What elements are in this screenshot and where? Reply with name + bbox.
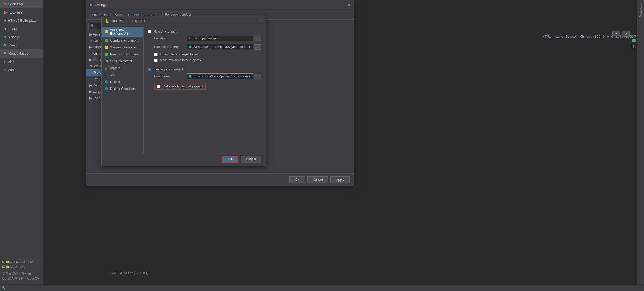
sidebar-item-nextjs[interactable]: N Next.js bbox=[0, 25, 43, 33]
list-item-docker-compose[interactable]: Docker Compose bbox=[102, 85, 143, 92]
nav-label: Editor bbox=[93, 45, 101, 49]
sidebar-item-vuejs[interactable]: V Vue.js bbox=[0, 66, 43, 74]
list-item-label: System Interpreter bbox=[110, 46, 136, 49]
add-interp-footer: OK Cancel bbox=[102, 153, 266, 166]
ok-label: OK bbox=[295, 178, 299, 182]
wsl-icon: ⊞ bbox=[105, 73, 108, 77]
toolbar-gear-btn[interactable]: ⚙ bbox=[622, 31, 630, 37]
new-env-radio[interactable] bbox=[148, 30, 151, 33]
list-item-pipenv[interactable]: Pipenv Environment bbox=[102, 51, 143, 58]
bottom-text-4: 文章知识点与官方知 bbox=[2, 271, 41, 276]
location-browse-btn[interactable]: ... bbox=[254, 36, 261, 41]
existing-env-label: Existing environment bbox=[153, 68, 183, 71]
bottom-text-2: 和调试。 bbox=[2, 264, 41, 269]
interpreter-inner: E:\miniconda3\envs\py_test\python.exe bbox=[189, 74, 248, 78]
sidebar-item-vite[interactable]: V Vite bbox=[0, 58, 43, 66]
sidebar-item-react-native[interactable]: ⚛ React Native bbox=[0, 49, 43, 58]
bottom-text-5: OpenCV技能树＞OpenCV bbox=[2, 276, 41, 281]
sidebar-item-html5[interactable]: H HTML5 Boilerplate bbox=[0, 16, 43, 25]
inherit-checkbox-row: Inherit global site-packages bbox=[154, 52, 261, 56]
settings-title: ⚙ Settings bbox=[89, 3, 107, 7]
inherit-checkbox[interactable] bbox=[154, 53, 158, 56]
base-interp-wrap: Python 3.9 E:\miniconda3\python.exe ▼ ..… bbox=[187, 44, 261, 50]
make-available-new-checkbox[interactable] bbox=[154, 59, 158, 62]
make-available-new-label: Make available to all projects bbox=[160, 58, 201, 62]
add-interp-content: New environment Location: ... Base inter… bbox=[144, 25, 266, 153]
list-item-label: Virtualenv Environment bbox=[110, 28, 140, 36]
location-input[interactable] bbox=[187, 36, 253, 41]
existing-env-radio-group: Existing environment Interpreter: E:\min… bbox=[148, 68, 261, 90]
sidebar-item-label: Vue.js bbox=[8, 68, 17, 72]
list-item-label: Vagrant bbox=[109, 66, 120, 70]
existing-env-radio[interactable] bbox=[148, 68, 151, 71]
new-env-radio-group: New environment Location: ... Base inter… bbox=[148, 30, 261, 62]
list-item-virtualenv[interactable]: Virtualenv Environment bbox=[102, 27, 143, 37]
base-interp-select[interactable]: Python 3.9 E:\miniconda3\python.exe ▼ bbox=[187, 44, 253, 50]
conda-icon bbox=[105, 39, 108, 42]
sidebar-item-react[interactable]: ⚛ React bbox=[0, 41, 43, 49]
gear-icon: ⚙ bbox=[625, 32, 627, 36]
make-available-label: Make available to all projects bbox=[162, 85, 203, 88]
base-interp-inner: Python 3.9 E:\miniconda3\python.exe bbox=[189, 45, 245, 49]
separator-line bbox=[634, 31, 634, 37]
list-item-label: SSH Interpreter bbox=[110, 59, 132, 63]
nav-label: Keymap bbox=[91, 39, 102, 43]
cancel-btn-label: Cancel bbox=[246, 157, 256, 161]
sidebar-item-nodejs[interactable]: N Node.js bbox=[0, 33, 43, 41]
vuejs-icon: V bbox=[4, 68, 6, 72]
add-interp-close-btn[interactable]: × bbox=[260, 18, 263, 23]
sidebar-item-express[interactable]: EX Express bbox=[0, 8, 43, 16]
nav-label: Tools bbox=[93, 96, 100, 100]
html5-icon: H bbox=[4, 19, 6, 22]
toolbar-dropdown-btn[interactable]: ▼ bbox=[612, 31, 620, 36]
add-interp-title-text: Add Python Interpreter bbox=[111, 19, 145, 23]
settings-cancel-btn[interactable]: Cancel bbox=[307, 176, 328, 183]
add-interp-title: 🐍 Add Python Interpreter bbox=[105, 19, 145, 23]
base-interp-browse-btn[interactable]: ... bbox=[254, 44, 261, 50]
inherit-label: Inherit global site-packages bbox=[160, 52, 199, 56]
interpreter-browse-btn[interactable]: ... bbox=[254, 74, 261, 79]
sidebar-item-label: Bootstrap bbox=[8, 2, 23, 6]
database-label[interactable]: Database bbox=[639, 3, 642, 17]
sidebar-item-label: Node.js bbox=[8, 35, 20, 39]
sidebar-item-label: Express bbox=[10, 10, 22, 14]
list-item-docker[interactable]: Docker bbox=[102, 78, 143, 85]
list-item-system[interactable]: System Interpreter bbox=[102, 44, 143, 51]
list-item-label: Docker bbox=[110, 80, 120, 84]
add-interp-ok-btn[interactable]: OK bbox=[222, 156, 238, 163]
list-item-conda[interactable]: Conda Environment bbox=[102, 37, 143, 44]
interpreter-select[interactable]: E:\miniconda3\envs\py_test\python.exe ▼ bbox=[187, 73, 253, 79]
add-interpreter-dialog: 🐍 Add Python Interpreter × Virtualenv En… bbox=[101, 16, 266, 166]
interpreter-value: E:\miniconda3\envs\py_test\python.exe bbox=[192, 74, 248, 78]
settings-ok-btn[interactable]: OK bbox=[289, 176, 305, 183]
list-item-vagrant[interactable]: △ Vagrant bbox=[102, 65, 143, 72]
nav-arrow: ▶ bbox=[89, 96, 92, 100]
sidebar-item-label: HTML5 Boilerplate bbox=[8, 19, 37, 23]
make-available-checkbox[interactable] bbox=[157, 85, 160, 88]
interpreter-select-wrap: E:\miniconda3\envs\py_test\python.exe ▼ … bbox=[187, 73, 261, 79]
interp-status-dot bbox=[189, 75, 191, 78]
nav-arrow: ▶ bbox=[89, 83, 92, 87]
sidebar-item-label: Vite bbox=[8, 60, 14, 64]
settings-close-btn[interactable]: ✕ bbox=[347, 2, 351, 7]
list-item-wsl[interactable]: ⊞ WSL bbox=[102, 72, 143, 78]
location-row: Location: ... bbox=[154, 36, 261, 41]
status-text: 🔧 bbox=[2, 286, 6, 290]
eye-icon[interactable]: 👁 bbox=[632, 45, 636, 49]
docker-icon bbox=[105, 80, 108, 83]
interpreter-row: Interpreter: E:\miniconda3\envs\py_test\… bbox=[154, 73, 261, 79]
nav-arrow: ▼ bbox=[89, 64, 93, 68]
python-icon: 🐍 bbox=[105, 19, 109, 23]
list-item-label: Conda Environment bbox=[110, 39, 138, 42]
vagrant-icon: △ bbox=[105, 66, 107, 70]
list-item-ssh[interactable]: 🖥 SSH Interpreter bbox=[102, 58, 143, 65]
list-item-label: Docker Compose bbox=[110, 87, 135, 91]
settings-apply-btn[interactable]: Apply bbox=[330, 176, 350, 183]
settings-titlebar: ⚙ Settings ✕ bbox=[86, 0, 354, 10]
make-available-box: Make available to all projects bbox=[154, 83, 206, 90]
nav-arrow: ▶ bbox=[89, 45, 92, 49]
docker-compose-icon bbox=[105, 87, 108, 90]
sidebar-item-bootstrap[interactable]: B Bootstrap bbox=[0, 0, 43, 8]
add-interp-cancel-btn[interactable]: Cancel bbox=[241, 156, 261, 163]
sidebar: B Bootstrap EX Express H HTML5 Boilerpla… bbox=[0, 0, 43, 291]
